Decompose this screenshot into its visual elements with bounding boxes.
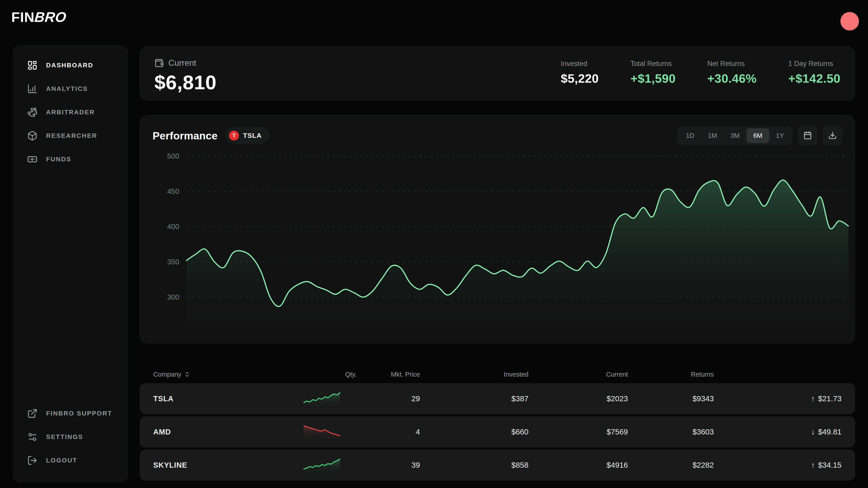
returns-value: ↑$34.15 xyxy=(714,461,842,469)
finbro-dashboard: FINBRO DASHBOARDANALYTICSARBITRADERRESEA… xyxy=(0,0,868,488)
logo-text-fin: FIN xyxy=(11,9,35,25)
current-value: $2282 xyxy=(628,461,714,469)
table-row-skyline[interactable]: SKYLINE39$858$4916$2282↑$34.15 xyxy=(140,450,855,481)
returns-amount: $21.73 xyxy=(818,394,842,403)
sort-icon xyxy=(184,371,190,378)
performance-title: Performance xyxy=(153,129,217,142)
range-button-3m[interactable]: 3M xyxy=(724,128,746,143)
range-button-1d[interactable]: 1D xyxy=(679,128,701,143)
range-button-1m[interactable]: 1M xyxy=(701,128,724,143)
current-value: $9343 xyxy=(628,394,714,403)
sidebar-item-settings[interactable]: SETTINGS xyxy=(13,425,127,449)
svg-text:500: 500 xyxy=(167,152,179,160)
column-header-label: Qty. xyxy=(345,371,357,378)
dashboard-icon xyxy=(27,60,37,70)
down-arrow-icon: ↓ xyxy=(811,427,815,436)
holdings-table: CompanyQty.Mkt. PriceInvestedCurrentRetu… xyxy=(140,365,855,483)
table-row-amd[interactable]: AMD4$660$7569$3603↓$49.81 xyxy=(140,416,855,447)
sidebar-item-label: FUNDS xyxy=(46,156,71,163)
column-header-mkt-price: Mkt. Price xyxy=(357,371,420,378)
svg-text:450: 450 xyxy=(167,187,179,195)
stat-label: Invested xyxy=(561,60,587,68)
range-button-1y[interactable]: 1Y xyxy=(769,128,791,143)
sidebar-item-analytics[interactable]: ANALYTICS xyxy=(13,77,127,101)
returns-value: ↑$21.73 xyxy=(714,394,842,403)
stat-total-returns: Total Returns+$1,590 xyxy=(630,60,676,86)
sidebar-item-support[interactable]: FINBRO SUPPORT xyxy=(13,402,127,425)
qty-value: 39 xyxy=(357,461,420,469)
mkt-price-value: $660 xyxy=(420,427,528,436)
sidebar-item-label: DASHBOARD xyxy=(46,62,93,69)
download-button[interactable] xyxy=(823,126,842,145)
user-avatar[interactable] xyxy=(840,12,859,31)
ticker-badge-label: TSLA xyxy=(243,132,261,139)
sidebar-item-logout[interactable]: LOGOUT xyxy=(13,449,127,472)
stat-label: 1 Day Returns xyxy=(788,60,833,68)
trend-sparkline xyxy=(303,391,357,407)
top-bar: FINBRO xyxy=(0,0,868,43)
performance-card: Performance T TSLA 1D1M3M6M1Y 5004504003… xyxy=(140,115,855,344)
returns-amount: $34.15 xyxy=(818,461,842,469)
column-header-label: Current xyxy=(606,371,628,378)
stat-invested: Invested$5,220 xyxy=(561,60,599,86)
stat-net-returns: Net Returns+30.46% xyxy=(707,60,756,86)
svg-text:400: 400 xyxy=(167,223,179,231)
mkt-price-value: $387 xyxy=(420,394,528,403)
svg-text:350: 350 xyxy=(167,258,179,266)
performance-chart[interactable]: 500450400350300 xyxy=(153,147,850,335)
column-header-label: Company xyxy=(153,371,181,378)
current-label: Current xyxy=(168,58,196,68)
range-selector: 1D1M3M6M1Y xyxy=(677,127,793,145)
calendar-button[interactable] xyxy=(798,126,817,145)
analytics-icon xyxy=(27,84,37,94)
sidebar-item-label: ARBITRADER xyxy=(46,109,95,116)
sidebar-item-dashboard[interactable]: DASHBOARD xyxy=(13,54,127,77)
sidebar-spacer xyxy=(13,171,127,402)
mkt-price-value: $858 xyxy=(420,461,528,469)
stat-value: +$1,590 xyxy=(630,71,676,86)
wallet-icon xyxy=(154,58,164,68)
sidebar-item-label: RESEARCHER xyxy=(46,132,97,139)
column-header-invested: Invested xyxy=(420,371,528,378)
column-header-qty-: Qty. xyxy=(303,371,357,378)
finbro-logo: FINBRO xyxy=(11,9,66,25)
ticker-badge[interactable]: T TSLA xyxy=(225,128,269,143)
sidebar-item-researcher[interactable]: RESEARCHER xyxy=(13,124,127,148)
sidebar-item-label: LOGOUT xyxy=(46,457,77,464)
invested-value: $2023 xyxy=(528,394,628,403)
stat-label: Total Returns xyxy=(630,60,672,68)
qty-value: 4 xyxy=(357,427,420,436)
banknote-icon xyxy=(27,154,37,164)
up-arrow-icon: ↑ xyxy=(811,461,815,469)
sidebar-item-arbitrader[interactable]: ARBITRADER xyxy=(13,101,127,124)
stat-1-day-returns: 1 Day Returns+$142.50 xyxy=(788,60,840,86)
table-row-tsla[interactable]: TSLA29$387$2023$9343↑$21.73 xyxy=(140,383,855,414)
range-button-6m[interactable]: 6M xyxy=(746,128,769,143)
download-icon xyxy=(828,131,837,140)
logo-text-bro: BRO xyxy=(34,9,67,25)
rabbit-icon xyxy=(27,107,37,118)
current-value: $3603 xyxy=(628,427,714,436)
trend-sparkline xyxy=(303,424,357,440)
stat-value: +$142.50 xyxy=(788,71,840,86)
column-header-current: Current xyxy=(528,371,628,378)
sidebar-footer-nav: FINBRO SUPPORTSETTINGSLOGOUT xyxy=(13,402,127,472)
up-arrow-icon: ↑ xyxy=(811,394,815,403)
column-header-returns: Returns xyxy=(628,371,714,378)
summary-stats: Invested$5,220Total Returns+$1,590Net Re… xyxy=(561,60,840,86)
returns-amount: $49.81 xyxy=(818,427,842,436)
company-name: AMD xyxy=(153,428,303,436)
qty-value: 29 xyxy=(357,394,420,403)
stat-value: $5,220 xyxy=(561,71,599,86)
current-balance-value: $6,810 xyxy=(154,71,217,94)
settings-icon xyxy=(27,432,37,442)
sidebar: DASHBOARDANALYTICSARBITRADERRESEARCHERFU… xyxy=(13,45,128,482)
trend-sparkline xyxy=(303,457,357,473)
stat-value: +30.46% xyxy=(707,71,756,86)
returns-value: ↓$49.81 xyxy=(714,427,842,436)
sidebar-item-label: SETTINGS xyxy=(46,433,83,441)
column-header-company[interactable]: Company xyxy=(153,371,303,378)
sidebar-item-label: FINBRO SUPPORT xyxy=(46,410,112,417)
sidebar-item-funds[interactable]: FUNDS xyxy=(13,148,127,171)
sidebar-item-label: ANALYTICS xyxy=(46,85,88,92)
